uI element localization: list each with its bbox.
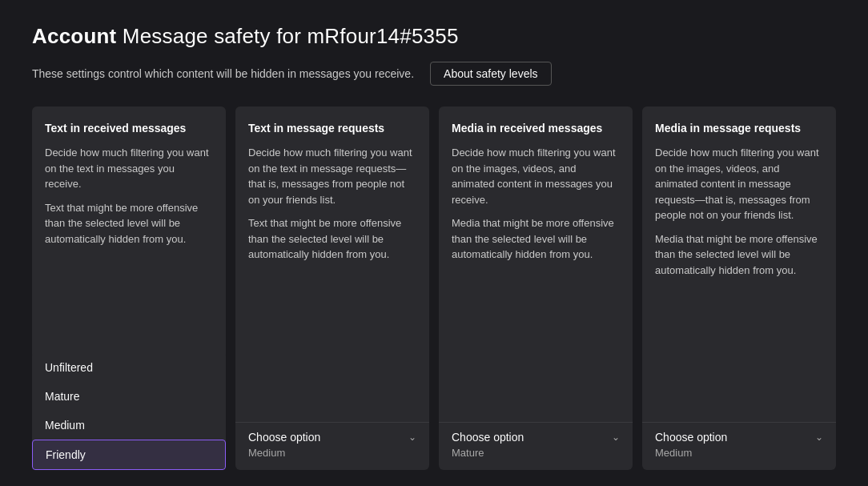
col3-desc1: Decide how much filtering you want on th… [452,145,620,207]
col4-current-value: Medium [655,447,823,459]
col4-desc2: Media that might be more offensive than … [655,231,823,279]
title-rest: Message safety for mRfour14#5355 [116,24,458,48]
option-unfiltered[interactable]: Unfiltered [32,353,226,382]
col2-inner: Text in message requests Decide how much… [235,106,429,422]
col4-dropdown[interactable]: Choose option ⌄ Medium [642,422,836,470]
col1-title: Text in received messages [45,121,213,135]
col4-desc1: Decide how much filtering you want on th… [655,145,823,223]
col4-inner: Media in message requests Decide how muc… [642,106,836,422]
header-section: Account Message safety for mRfour14#5355… [32,24,836,86]
col2-current-value: Medium [248,447,416,459]
column-media-requests: Media in message requests Decide how muc… [642,106,836,470]
option-mature[interactable]: Mature [32,382,226,411]
column-text-received: Text in received messages Decide how muc… [32,106,226,470]
col1-dropdown-options: Unfiltered Mature Medium Friendly [32,353,226,470]
col2-chevron-icon: ⌄ [408,432,416,443]
subtitle-row: These settings control which content wil… [32,62,836,86]
col1-desc2: Text that might be more offensive than t… [45,200,213,247]
col2-desc1: Decide how much filtering you want on th… [248,145,416,207]
title-bold: Account [32,24,116,48]
col3-chevron-icon: ⌄ [612,432,620,443]
subtitle-text: These settings control which content wil… [32,67,414,80]
col4-chevron-icon: ⌄ [815,432,823,443]
col2-choose-label: Choose option ⌄ [248,431,416,444]
page-title: Account Message safety for mRfour14#5355 [32,24,836,49]
col3-inner: Media in received messages Decide how mu… [439,106,633,422]
col2-title: Text in message requests [248,121,416,135]
col2-desc2: Text that might be more offensive than t… [248,215,416,263]
col1-desc1: Decide how much filtering you want on th… [45,145,213,192]
option-friendly[interactable]: Friendly [32,440,226,470]
columns-container: Text in received messages Decide how muc… [32,106,836,470]
column-text-requests: Text in message requests Decide how much… [235,106,429,470]
column-media-received: Media in received messages Decide how mu… [439,106,633,470]
col3-title: Media in received messages [452,121,620,135]
col2-dropdown[interactable]: Choose option ⌄ Medium [235,422,429,470]
col1-inner: Text in received messages Decide how muc… [32,106,226,350]
about-safety-levels-button[interactable]: About safety levels [430,62,552,86]
col3-choose-label: Choose option ⌄ [452,431,620,444]
option-medium[interactable]: Medium [32,411,226,440]
col4-title: Media in message requests [655,121,823,135]
col3-desc2: Media that might be more offensive than … [452,215,620,263]
col4-choose-label: Choose option ⌄ [655,431,823,444]
col3-current-value: Mature [452,447,620,459]
col3-dropdown[interactable]: Choose option ⌄ Mature [439,422,633,470]
